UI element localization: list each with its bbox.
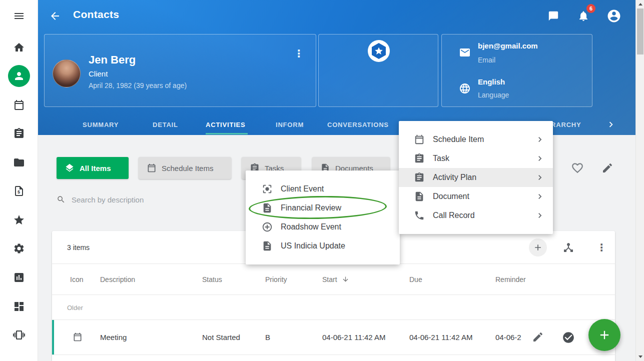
document-icon: [414, 191, 425, 202]
document-icon: [262, 202, 273, 214]
filter-all-items-button[interactable]: All Items: [57, 157, 129, 179]
search-input[interactable]: [72, 196, 237, 204]
column-reminder[interactable]: Reminder: [495, 276, 526, 284]
profile-type: Client: [89, 70, 108, 78]
menu-item-label: Document: [433, 192, 535, 201]
tab-detail[interactable]: DETAIL: [153, 116, 178, 134]
menu-item-schedule-item[interactable]: Schedule Item: [399, 130, 553, 149]
sidebar-item-contacts[interactable]: [0, 64, 38, 88]
menu-item-label: Client Event: [281, 184, 400, 194]
filter-schedule-items-button[interactable]: Schedule Items: [139, 157, 231, 179]
add-activity-menu: Schedule Item Task Activity Plan: [399, 121, 553, 234]
scrollbar-thumb[interactable]: [637, 8, 643, 54]
sidebar-item-billing[interactable]: $: [0, 179, 38, 203]
search-field: [57, 192, 257, 207]
contacts-active-indicator: [8, 65, 30, 87]
sort-desc-arrow-icon: [342, 276, 349, 283]
menu-item-task[interactable]: Task: [399, 149, 553, 168]
plus-icon: [533, 242, 543, 252]
fab-add-button[interactable]: [588, 319, 620, 351]
column-status[interactable]: Status: [202, 276, 222, 284]
center-focus-icon: [262, 184, 273, 194]
menu-item-label: Financial Review: [281, 204, 400, 212]
menu-item-roadshow-event[interactable]: Roadshow Event: [246, 218, 400, 236]
row-complete-check-icon[interactable]: [562, 331, 575, 346]
edit-pencil-icon[interactable]: [601, 162, 613, 176]
column-start-label: Start: [322, 276, 337, 284]
items-count: 3 items: [67, 244, 90, 252]
table-row[interactable]: Meeting Not Started B 04-06-21 11:42 AM …: [52, 320, 615, 355]
menu-item-financial-review[interactable]: Financial Review: [246, 198, 400, 218]
profile-more-icon[interactable]: ⋮: [294, 48, 304, 58]
cell-description: Meeting: [100, 333, 127, 342]
tab-conversations[interactable]: CONVERSATIONS: [327, 116, 389, 134]
chevron-right-icon: [535, 192, 545, 202]
scrollbar-up-arrow[interactable]: [636, 0, 644, 8]
plus-icon: [597, 328, 611, 342]
tab-inform[interactable]: INFORM: [276, 116, 304, 134]
clipboard-icon: [414, 153, 425, 164]
column-description[interactable]: Description: [100, 276, 135, 284]
person-icon: [13, 70, 25, 82]
tab-activities[interactable]: ACTIVITIES: [206, 116, 246, 134]
hierarchy-view-icon[interactable]: [562, 242, 574, 256]
menu-item-label: Roadshow Event: [281, 222, 400, 232]
table-column-headers: Icon Description Status Priority Start D…: [52, 264, 615, 295]
sidebar-item-dashboard[interactable]: [0, 294, 38, 318]
table-more-icon[interactable]: ⋮: [596, 242, 606, 252]
app-screen: $ Contacts 6: [0, 0, 644, 361]
sidebar-item-home[interactable]: [0, 36, 38, 60]
sidebar-item-favorites[interactable]: [0, 208, 38, 232]
row-edit-pencil-icon[interactable]: [532, 331, 544, 344]
menu-item-label: Activity Plan: [433, 173, 535, 182]
add-item-button[interactable]: [529, 238, 547, 256]
sidebar-item-calendar[interactable]: [0, 93, 38, 117]
star-badge-icon: [367, 40, 390, 64]
contact-info-card: bjen@gmail.com Email English Language: [441, 34, 592, 107]
column-start[interactable]: Start: [322, 276, 349, 284]
cell-status: Not Started: [202, 333, 240, 342]
filter-label: All Items: [80, 164, 111, 172]
back-arrow-icon[interactable]: [49, 10, 61, 24]
sidebar-item-tasks[interactable]: [0, 122, 38, 146]
notifications-bell-icon[interactable]: [577, 10, 589, 24]
column-due[interactable]: Due: [409, 276, 422, 284]
row-accent-bar: [52, 320, 54, 354]
tabs-scroll-chevron-icon[interactable]: [605, 119, 616, 132]
menu-item-us-indicia-update[interactable]: US Indicia Update: [246, 236, 400, 256]
column-priority[interactable]: Priority: [265, 276, 287, 284]
favorite-heart-icon[interactable]: [571, 162, 584, 176]
sidebar-item-reports[interactable]: [0, 266, 38, 290]
calendar-icon: [414, 134, 425, 145]
cell-due: 04-06-21 11:42 AM: [409, 333, 472, 342]
chat-icon[interactable]: [548, 10, 559, 24]
sidebar-item-vibration[interactable]: [0, 323, 38, 347]
svg-text:$: $: [18, 190, 20, 194]
hamburger-menu-icon[interactable]: [0, 4, 38, 28]
account-circle-icon[interactable]: [606, 8, 621, 26]
menu-item-activity-plan[interactable]: Activity Plan: [399, 168, 553, 187]
sidebar-item-settings[interactable]: [0, 236, 38, 260]
layers-icon: [65, 163, 75, 173]
search-icon: [57, 195, 66, 204]
tab-summary[interactable]: SUMMARY: [83, 116, 119, 134]
menu-item-client-event[interactable]: Client Event: [246, 180, 400, 198]
sidebar-item-folder[interactable]: [0, 150, 38, 174]
scrollbar-down-arrow[interactable]: [636, 352, 644, 361]
menu-item-call-record[interactable]: Call Record: [399, 206, 553, 225]
menu-item-document[interactable]: Document: [399, 187, 553, 206]
filter-label: Schedule Items: [162, 164, 213, 172]
column-icon[interactable]: Icon: [70, 276, 83, 284]
left-sidebar: $: [0, 0, 38, 361]
email-label: Email: [478, 56, 495, 64]
vertical-scrollbar[interactable]: [635, 0, 644, 361]
chevron-right-icon: [535, 154, 545, 164]
avatar: [53, 60, 81, 88]
globe-icon: [459, 82, 471, 96]
menu-item-label: Task: [433, 154, 535, 163]
profile-email: bjen@gmail.com: [478, 42, 538, 50]
profile-language: English: [478, 78, 505, 86]
clipboard-icon: [414, 172, 425, 183]
cell-reminder: 04-06-2: [495, 333, 521, 342]
document-icon: [262, 240, 273, 252]
